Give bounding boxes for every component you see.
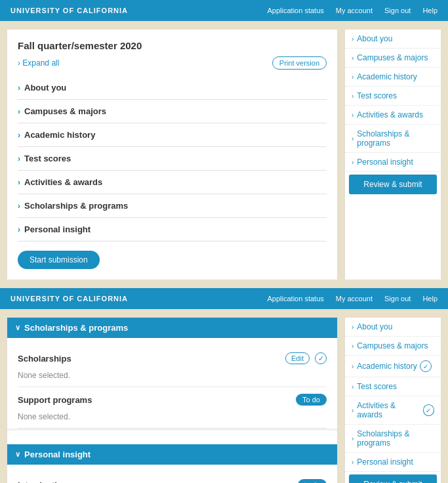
chevron-icon: › [352, 93, 354, 100]
review-submit-button[interactable]: Review & submit [349, 175, 437, 194]
activities-check-icon: ✓ [423, 404, 434, 416]
nav-sign-out[interactable]: Sign out [384, 7, 411, 14]
chevron-icon: › [18, 131, 20, 140]
page-section-1: Fall quarter/semester 2020 › Expand all … [0, 21, 448, 288]
sidebar-item-campuses[interactable]: › Campuses & majors [345, 49, 441, 68]
print-button[interactable]: Print version [272, 56, 327, 70]
nav-help[interactable]: Help [422, 7, 438, 14]
support-programs-header: Support programs To do [18, 394, 327, 406]
sidebar-item-test-scores[interactable]: › Test scores [345, 87, 441, 106]
chevron-icon: › [352, 135, 354, 142]
top-nav: UNIVERSITY OF CALIFORNIA Application sta… [0, 0, 448, 21]
review-submit-button-2[interactable]: Review & submit [349, 474, 437, 483]
chevron-icon: › [18, 107, 20, 116]
accordion-item-academic[interactable]: › Academic history [18, 123, 327, 147]
sidebar2-scholarships[interactable]: › Scholarships & programs [345, 425, 441, 453]
sidebar2-about-you[interactable]: › About you [345, 318, 441, 337]
chevron-icon: › [352, 54, 354, 62]
sidebar2-personal[interactable]: › Personal insight [345, 453, 441, 472]
scholarships-badge-group: Edit ✓ [285, 352, 327, 364]
chevron-icon: › [352, 74, 354, 81]
nav2-application-status[interactable]: Application status [268, 295, 324, 303]
scholarships-section-header[interactable]: ∨ Scholarships & programs [7, 318, 337, 338]
academic-check-icon: ✓ [420, 360, 432, 372]
chevron-icon: › [18, 201, 20, 211]
introduction-subsection: Introduction to do [18, 472, 327, 483]
chevron-icon: › [18, 83, 20, 93]
sidebar2-test-scores[interactable]: › Test scores [345, 377, 441, 396]
accordion-item-personal[interactable]: › Personal insight [18, 218, 327, 242]
accordion-item-test-scores[interactable]: › Test scores [18, 147, 327, 171]
sidebar-2: › About you › Campuses & majors › Academ… [344, 317, 441, 483]
scholarships-none-text: None selected. [18, 368, 327, 380]
accordion-list: › About you › Campuses & majors › Academ… [18, 76, 327, 242]
introduction-header: Introduction to do [18, 479, 327, 483]
sidebar2-academic[interactable]: › Academic history ✓ [345, 356, 441, 377]
sidebar-item-about-you[interactable]: › About you [345, 30, 441, 49]
sidebar2-campuses[interactable]: › Campuses & majors [345, 337, 441, 356]
expand-all-link[interactable]: › Expand all [18, 58, 59, 68]
chevron-icon: › [352, 383, 354, 390]
support-programs-subsection: Support programs To do None selected. [18, 387, 327, 429]
sidebar-item-activities[interactable]: › Activities & awards [345, 106, 441, 125]
scholarships-edit-button[interactable]: Edit [285, 352, 310, 364]
chevron-icon: › [352, 324, 354, 331]
content-panel-2: ∨ Scholarships & programs Scholarships E… [7, 317, 338, 483]
chevron-icon: › [352, 35, 354, 43]
introduction-todo-badge: to do [298, 479, 327, 483]
page-title: Fall quarter/semester 2020 [18, 40, 327, 51]
nav-my-account[interactable]: My account [336, 7, 373, 14]
chevron-down-icon-2: ∨ [15, 450, 20, 459]
scholarships-subsection: Scholarships Edit ✓ None selected. [18, 346, 327, 387]
top-nav-2: UNIVERSITY OF CALIFORNIA Application sta… [0, 288, 448, 309]
chevron-icon: › [18, 154, 20, 163]
accordion-item-about-you[interactable]: › About you [18, 76, 327, 100]
sidebar2-activities[interactable]: › Activities & awards ✓ [345, 396, 441, 425]
support-programs-todo-badge: To do [296, 394, 327, 406]
accordion-item-activities[interactable]: › Activities & awards [18, 171, 327, 194]
chevron-icon: › [352, 363, 354, 370]
chevron-icon: › [352, 407, 354, 414]
brand-name: UNIVERSITY OF CALIFORNIA [10, 7, 268, 14]
scholarships-check-icon: ✓ [315, 352, 327, 364]
nav2-help[interactable]: Help [422, 295, 438, 303]
sidebar-1: › About you › Campuses & majors › Academ… [344, 29, 441, 280]
chevron-icon: › [352, 435, 354, 442]
chevron-down-icon: ∨ [15, 324, 20, 332]
chevron-icon: › [352, 112, 354, 119]
chevron-icon: › [352, 159, 354, 166]
start-submission-button[interactable]: Start submission [18, 251, 100, 269]
sidebar-item-personal[interactable]: › Personal insight [345, 153, 441, 172]
nav2-my-account[interactable]: My account [336, 295, 373, 303]
chevron-icon: › [18, 178, 20, 187]
scholarships-header: Scholarships Edit ✓ [18, 352, 327, 364]
sidebar-item-academic[interactable]: › Academic history [345, 68, 441, 87]
nav2-sign-out[interactable]: Sign out [384, 295, 411, 303]
chevron-icon: › [18, 225, 20, 234]
content-panel-1: Fall quarter/semester 2020 › Expand all … [7, 29, 338, 280]
brand-name-2: UNIVERSITY OF CALIFORNIA [10, 295, 268, 303]
nav-links: Application status My account Sign out H… [268, 7, 438, 14]
chevron-icon: › [352, 343, 354, 350]
nav-links-2: Application status My account Sign out H… [268, 295, 438, 303]
support-programs-none-text: None selected. [18, 410, 327, 421]
page-section-2: ∨ Scholarships & programs Scholarships E… [0, 309, 448, 483]
chevron-icon: › [352, 459, 354, 466]
accordion-item-scholarships[interactable]: › Scholarships & programs [18, 194, 327, 218]
expand-all-row: › Expand all Print version [18, 56, 327, 70]
chevron-right-icon: › [18, 58, 20, 68]
accordion-item-campuses[interactable]: › Campuses & majors [18, 100, 327, 123]
sidebar-item-scholarships[interactable]: › Scholarships & programs [345, 125, 441, 153]
nav-application-status[interactable]: Application status [268, 7, 324, 14]
personal-insight-section-header[interactable]: ∨ Personal insight [7, 444, 337, 465]
